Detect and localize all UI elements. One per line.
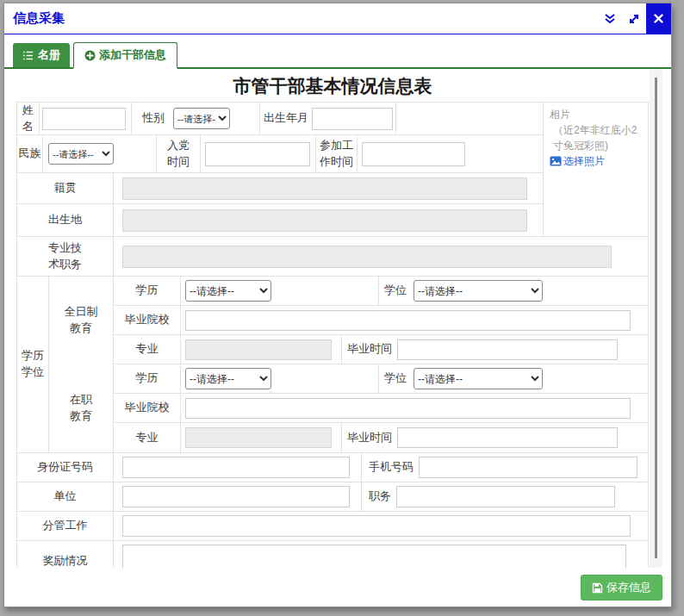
- save-button[interactable]: 保存信息: [581, 575, 662, 600]
- collapse-icon[interactable]: [598, 3, 622, 34]
- row-name-gender-birth: 姓名 性别 --请选择-- 出生年月: [17, 103, 543, 135]
- ft-grad-time-label: 毕业时间: [347, 341, 392, 358]
- oj-major-label: 专业: [136, 430, 159, 446]
- tech-title-label: 专业技术职务: [47, 240, 84, 273]
- row-oj-school: 毕业院校: [114, 394, 648, 423]
- phone-input[interactable]: [419, 457, 637, 478]
- row-oj-major: 专业 毕业时间: [114, 423, 648, 452]
- ft-degree-select[interactable]: --请选择--: [414, 280, 543, 302]
- ft-grad-time-input[interactable]: [397, 339, 618, 360]
- phone-label: 手机号码: [369, 459, 414, 476]
- section-education: 学历学位 全日制教育 学历 --请选择--: [17, 277, 648, 453]
- work-start-label: 参加工作时间: [320, 138, 354, 171]
- ft-school-label: 毕业院校: [125, 312, 170, 328]
- unit-label: 单位: [54, 488, 77, 505]
- group-fulltime-education: 全日制教育 学历 --请选择-- 学位 --请选择--: [49, 277, 648, 364]
- name-label: 姓名: [17, 103, 39, 135]
- group-onjob-education: 在职教育 学历 --请选择-- 学位 --请选择--: [49, 364, 648, 452]
- party-join-label: 入党时间: [166, 138, 190, 171]
- gender-label: 性别: [142, 110, 165, 127]
- ft-major-label: 专业: [136, 341, 159, 358]
- party-join-input[interactable]: [205, 142, 310, 166]
- native-place-label: 籍贯: [54, 180, 77, 196]
- save-button-label: 保存信息: [606, 580, 651, 595]
- charge-work-input[interactable]: [122, 515, 631, 537]
- dialog-title: 信息采集: [13, 10, 65, 27]
- oj-school-input[interactable]: [185, 398, 631, 419]
- oj-degree-select[interactable]: --请选择--: [414, 368, 543, 389]
- ft-edu-level-label: 学历: [136, 283, 159, 299]
- oj-degree-label: 学位: [384, 370, 407, 387]
- row-oj-degree: 学历 --请选择-- 学位 --请选择--: [114, 364, 648, 394]
- gender-select[interactable]: --请选择--: [173, 108, 230, 129]
- row-native-place: 籍贯: [17, 173, 543, 204]
- choose-photo-link[interactable]: 选择照片: [550, 153, 642, 169]
- unit-input[interactable]: [122, 486, 350, 507]
- row-unit-position: 单位 职务: [17, 482, 648, 512]
- row-tech-title: 专业技术职务: [17, 237, 648, 277]
- row-ethnic-party-work: 民族 --请选择-- 入党时间 参加工作时间: [17, 135, 543, 173]
- ft-degree-label: 学位: [384, 283, 407, 299]
- tab-add-label: 添加干部信息: [99, 47, 166, 63]
- oj-edu-level-select[interactable]: --请选择--: [185, 368, 271, 389]
- form-scrollbar-thumb[interactable]: [655, 78, 657, 558]
- row-birthplace: 出生地: [17, 204, 543, 236]
- birthplace-label: 出生地: [48, 212, 82, 228]
- ft-major-input: [185, 339, 332, 360]
- photo-cell: 相片 （近2年非红底小2寸免冠彩照) 选择照片: [543, 103, 648, 236]
- section-basic: 姓名 性别 --请选择-- 出生年月: [17, 103, 648, 237]
- form-scroll-area: 市管干部基本情况信息表 姓名 性别 --请选择--: [4, 69, 650, 569]
- tab-roster-label: 名册: [38, 47, 60, 63]
- position-label: 职务: [369, 488, 391, 505]
- list-icon: [22, 50, 34, 61]
- row-awards: 奖励情况 （厅局级以上）: [17, 541, 648, 569]
- ft-edu-level-select[interactable]: --请选择--: [185, 280, 271, 302]
- oj-school-label: 毕业院校: [125, 400, 170, 416]
- birth-date-label: 出生年月: [264, 110, 308, 127]
- tab-roster[interactable]: 名册: [13, 43, 70, 67]
- ethnicity-label: 民族: [19, 146, 41, 162]
- ft-school-input[interactable]: [185, 310, 631, 331]
- dialog-header-icons: [598, 3, 671, 34]
- row-ft-major: 专业 毕业时间: [114, 335, 648, 364]
- choose-photo-label: 选择照片: [563, 153, 605, 169]
- work-start-input[interactable]: [362, 142, 465, 166]
- name-input[interactable]: [42, 108, 126, 130]
- ethnicity-select[interactable]: --请选择--: [48, 143, 114, 165]
- row-ft-degree: 学历 --请选择-- 学位 --请选择--: [114, 277, 648, 306]
- fulltime-label: 全日制教育: [62, 304, 100, 337]
- image-icon: [550, 156, 562, 166]
- row-charge-work: 分管工作: [17, 512, 648, 541]
- photo-label: 相片: [550, 107, 642, 122]
- oj-grad-time-input[interactable]: [397, 427, 618, 448]
- oj-grad-time-label: 毕业时间: [347, 430, 392, 446]
- dialog-footer: 保存信息: [4, 568, 671, 607]
- awards-textarea[interactable]: [122, 544, 626, 569]
- id-number-label: 身份证号码: [37, 459, 93, 476]
- onjob-label: 在职教育: [68, 392, 94, 425]
- page-background: 信息采集 名册: [0, 0, 684, 616]
- row-id-phone: 身份证号码 手机号码: [17, 453, 648, 482]
- edu-section-label: 学历学位: [21, 348, 45, 381]
- dialog-header: 信息采集: [4, 3, 671, 34]
- cadre-info-table: 姓名 性别 --请选择-- 出生年月: [16, 102, 649, 569]
- id-number-input[interactable]: [122, 457, 350, 478]
- plus-circle-icon: [84, 50, 96, 61]
- position-input[interactable]: [396, 486, 615, 507]
- oj-major-input: [185, 427, 332, 448]
- row-ft-school: 毕业院校: [114, 306, 648, 335]
- charge-work-label: 分管工作: [43, 518, 88, 534]
- birthplace-input: [122, 209, 527, 232]
- form-scrollbar-track: [650, 69, 662, 569]
- oj-edu-level-label: 学历: [136, 370, 159, 387]
- dialog-info-collect: 信息采集 名册: [3, 3, 672, 607]
- tab-add-cadre[interactable]: 添加干部信息: [73, 42, 177, 69]
- save-icon: [592, 582, 603, 594]
- tech-title-input: [122, 246, 612, 268]
- form-title: 市管干部基本情况信息表: [16, 74, 649, 98]
- birth-date-input[interactable]: [312, 108, 393, 130]
- close-button[interactable]: [646, 3, 671, 34]
- expand-icon[interactable]: [622, 3, 646, 34]
- tab-strip: 名册 添加干部信息: [4, 34, 671, 69]
- photo-note: （近2年非红底小2寸免冠彩照): [550, 122, 642, 153]
